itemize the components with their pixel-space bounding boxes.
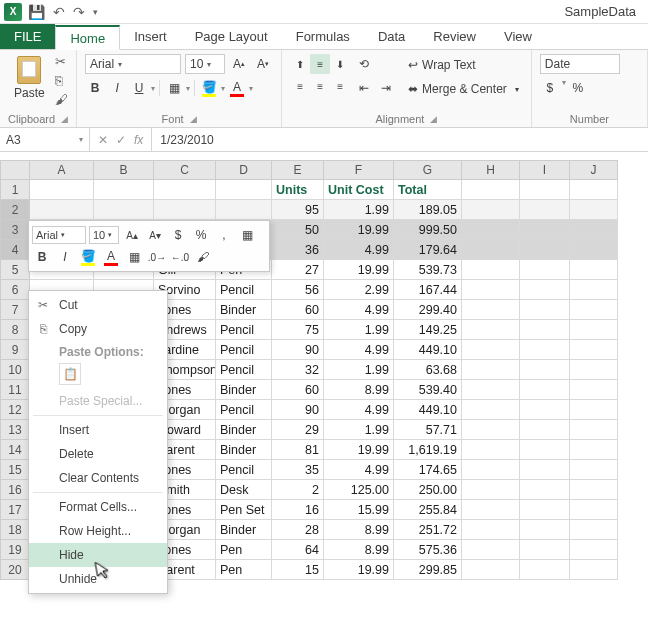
cell[interactable]: 2.99	[324, 280, 394, 300]
clipboard-launcher-icon[interactable]: ◢	[61, 114, 68, 124]
cell[interactable]	[520, 200, 570, 220]
cell[interactable]	[462, 320, 520, 340]
col-header-G[interactable]: G	[394, 160, 462, 180]
cell[interactable]: Pen	[216, 560, 272, 580]
row-header[interactable]: 6	[0, 280, 30, 300]
cell[interactable]	[570, 440, 618, 460]
cell[interactable]	[570, 220, 618, 240]
tab-review[interactable]: Review	[419, 24, 490, 49]
name-box[interactable]: A3▾	[0, 128, 90, 151]
cell[interactable]	[570, 360, 618, 380]
cell[interactable]	[462, 500, 520, 520]
bold-button[interactable]: B	[85, 78, 105, 98]
mini-currency-icon[interactable]: $	[168, 225, 188, 245]
cell[interactable]	[520, 340, 570, 360]
align-bottom-icon[interactable]: ⬇	[330, 54, 350, 74]
cell[interactable]	[462, 480, 520, 500]
cell[interactable]	[30, 200, 94, 220]
tab-data[interactable]: Data	[364, 24, 419, 49]
cell[interactable]: 27	[272, 260, 324, 280]
cell[interactable]	[520, 220, 570, 240]
cell[interactable]: 36	[272, 240, 324, 260]
row-header[interactable]: 13	[0, 420, 30, 440]
cell[interactable]	[520, 560, 570, 580]
cell[interactable]	[462, 540, 520, 560]
cell[interactable]	[570, 480, 618, 500]
cell[interactable]: 15.99	[324, 500, 394, 520]
menu-insert[interactable]: Insert	[29, 418, 167, 442]
row-header[interactable]: 15	[0, 460, 30, 480]
cell[interactable]: Binder	[216, 420, 272, 440]
cell[interactable]: 19.99	[324, 560, 394, 580]
cell[interactable]: Binder	[216, 440, 272, 460]
cell[interactable]: 32	[272, 360, 324, 380]
paste-button[interactable]: Paste	[8, 54, 51, 107]
col-header-A[interactable]: A	[30, 160, 94, 180]
cell[interactable]: 19.99	[324, 260, 394, 280]
cell[interactable]	[94, 200, 154, 220]
cell[interactable]: 174.65	[394, 460, 462, 480]
cell[interactable]: 2	[272, 480, 324, 500]
col-header-J[interactable]: J	[570, 160, 618, 180]
cell[interactable]: 4.99	[324, 240, 394, 260]
cell[interactable]	[462, 420, 520, 440]
cell[interactable]: 539.40	[394, 380, 462, 400]
cell[interactable]	[570, 400, 618, 420]
cell[interactable]	[570, 320, 618, 340]
cell[interactable]: 35	[272, 460, 324, 480]
cell[interactable]: 4.99	[324, 300, 394, 320]
cell[interactable]: 60	[272, 300, 324, 320]
cell[interactable]: 4.99	[324, 340, 394, 360]
cell[interactable]	[520, 540, 570, 560]
tab-view[interactable]: View	[490, 24, 546, 49]
cell[interactable]: Pencil	[216, 460, 272, 480]
cell[interactable]	[570, 460, 618, 480]
cancel-icon[interactable]: ✕	[98, 133, 108, 147]
cell[interactable]	[462, 240, 520, 260]
cell[interactable]: 4.99	[324, 460, 394, 480]
copy-icon[interactable]: ⎘	[55, 73, 68, 88]
mini-dec-decimal-icon[interactable]: ←.0	[170, 247, 190, 267]
header-unitcost[interactable]: Unit Cost	[324, 180, 394, 200]
cell[interactable]	[462, 300, 520, 320]
cell[interactable]: 299.40	[394, 300, 462, 320]
cell[interactable]: Pencil	[216, 340, 272, 360]
save-icon[interactable]: 💾	[28, 4, 45, 20]
cell[interactable]	[570, 380, 618, 400]
mini-increase-font-icon[interactable]: A▴	[122, 225, 142, 245]
cell[interactable]	[570, 560, 618, 580]
italic-button[interactable]: I	[107, 78, 127, 98]
mini-bold-button[interactable]: B	[32, 247, 52, 267]
fx-icon[interactable]: fx	[134, 133, 143, 147]
row-header[interactable]: 16	[0, 480, 30, 500]
cell[interactable]: 179.64	[394, 240, 462, 260]
cell[interactable]: 189.05	[394, 200, 462, 220]
cell[interactable]: Pen Set	[216, 500, 272, 520]
cell[interactable]: 1.99	[324, 320, 394, 340]
cut-icon[interactable]: ✂	[55, 54, 68, 69]
menu-cut[interactable]: ✂Cut	[29, 293, 167, 317]
cell[interactable]	[462, 360, 520, 380]
row-header[interactable]: 19	[0, 540, 30, 560]
row-header[interactable]: 5	[0, 260, 30, 280]
cell[interactable]: 64	[272, 540, 324, 560]
menu-clear-contents[interactable]: Clear Contents	[29, 466, 167, 490]
cell[interactable]: 1.99	[324, 200, 394, 220]
cell[interactable]: 1.99	[324, 360, 394, 380]
cell[interactable]	[462, 260, 520, 280]
increase-font-icon[interactable]: A▴	[229, 54, 249, 74]
cell[interactable]	[520, 460, 570, 480]
row-header[interactable]: 10	[0, 360, 30, 380]
menu-delete[interactable]: Delete	[29, 442, 167, 466]
mini-size-combo[interactable]: 10▾	[89, 226, 119, 244]
row-header[interactable]: 14	[0, 440, 30, 460]
cell[interactable]	[462, 440, 520, 460]
cell[interactable]	[462, 340, 520, 360]
cell[interactable]	[570, 340, 618, 360]
cell[interactable]: 19.99	[324, 440, 394, 460]
enter-icon[interactable]: ✓	[116, 133, 126, 147]
underline-button[interactable]: U	[129, 78, 149, 98]
cell[interactable]: 1.99	[324, 420, 394, 440]
redo-icon[interactable]: ↷	[73, 4, 85, 20]
cell[interactable]: 50	[272, 220, 324, 240]
